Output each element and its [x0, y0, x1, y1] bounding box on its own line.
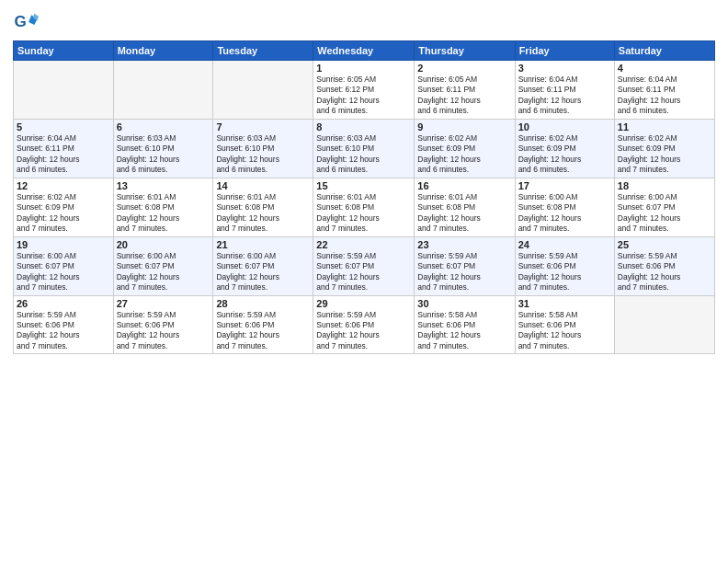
calendar-cell: 4Sunrise: 6:04 AM Sunset: 6:11 PM Daylig…	[614, 61, 714, 120]
calendar-cell: 8Sunrise: 6:03 AM Sunset: 6:10 PM Daylig…	[313, 119, 415, 178]
day-number: 6	[117, 121, 210, 132]
day-info: Sunrise: 5:59 AM Sunset: 6:06 PM Dayligh…	[316, 310, 411, 352]
day-number: 21	[216, 239, 310, 250]
day-info: Sunrise: 5:58 AM Sunset: 6:06 PM Dayligh…	[417, 310, 511, 352]
calendar-cell: 29Sunrise: 5:59 AM Sunset: 6:06 PM Dayli…	[313, 295, 415, 354]
day-info: Sunrise: 5:59 AM Sunset: 6:07 PM Dayligh…	[316, 251, 411, 293]
day-info: Sunrise: 6:03 AM Sunset: 6:10 PM Dayligh…	[216, 133, 310, 176]
calendar-cell: 27Sunrise: 5:59 AM Sunset: 6:06 PM Dayli…	[113, 295, 213, 354]
day-info: Sunrise: 6:02 AM Sunset: 6:09 PM Dayligh…	[518, 133, 611, 176]
day-info: Sunrise: 6:00 AM Sunset: 6:07 PM Dayligh…	[216, 251, 310, 293]
day-info: Sunrise: 6:01 AM Sunset: 6:08 PM Dayligh…	[216, 192, 310, 235]
day-info: Sunrise: 6:01 AM Sunset: 6:08 PM Dayligh…	[316, 192, 411, 235]
calendar-cell: 22Sunrise: 5:59 AM Sunset: 6:07 PM Dayli…	[313, 236, 415, 295]
day-info: Sunrise: 6:00 AM Sunset: 6:08 PM Dayligh…	[518, 192, 611, 235]
calendar-cell: 25Sunrise: 5:59 AM Sunset: 6:06 PM Dayli…	[614, 236, 714, 295]
calendar-cell: 20Sunrise: 6:00 AM Sunset: 6:07 PM Dayli…	[113, 236, 213, 295]
day-info: Sunrise: 5:59 AM Sunset: 6:06 PM Dayligh…	[618, 251, 711, 293]
calendar-cell: 7Sunrise: 6:03 AM Sunset: 6:10 PM Daylig…	[213, 119, 313, 178]
calendar-cell	[213, 61, 313, 120]
day-number: 31	[518, 298, 611, 309]
day-info: Sunrise: 6:05 AM Sunset: 6:12 PM Dayligh…	[316, 75, 411, 117]
weekday-header-wednesday: Wednesday	[313, 41, 415, 61]
weekday-header-tuesday: Tuesday	[213, 41, 313, 61]
day-info: Sunrise: 5:59 AM Sunset: 6:06 PM Dayligh…	[518, 251, 611, 293]
calendar-cell: 14Sunrise: 6:01 AM Sunset: 6:08 PM Dayli…	[213, 178, 313, 236]
day-info: Sunrise: 5:58 AM Sunset: 6:06 PM Dayligh…	[518, 310, 611, 352]
day-info: Sunrise: 6:01 AM Sunset: 6:08 PM Dayligh…	[417, 192, 511, 235]
calendar-week-row: 19Sunrise: 6:00 AM Sunset: 6:07 PM Dayli…	[14, 236, 715, 295]
day-info: Sunrise: 6:02 AM Sunset: 6:09 PM Dayligh…	[417, 133, 511, 176]
calendar-cell: 9Sunrise: 6:02 AM Sunset: 6:09 PM Daylig…	[415, 119, 515, 178]
day-info: Sunrise: 6:04 AM Sunset: 6:11 PM Dayligh…	[618, 75, 711, 117]
calendar-week-row: 5Sunrise: 6:04 AM Sunset: 6:11 PM Daylig…	[14, 119, 715, 178]
calendar-cell: 16Sunrise: 6:01 AM Sunset: 6:08 PM Dayli…	[415, 178, 515, 236]
day-info: Sunrise: 6:02 AM Sunset: 6:09 PM Dayligh…	[618, 133, 711, 176]
day-info: Sunrise: 6:02 AM Sunset: 6:09 PM Dayligh…	[17, 192, 110, 235]
calendar-cell	[614, 295, 714, 354]
day-number: 19	[17, 239, 110, 250]
day-number: 27	[117, 298, 210, 309]
day-info: Sunrise: 6:03 AM Sunset: 6:10 PM Dayligh…	[117, 133, 210, 176]
calendar-table: SundayMondayTuesdayWednesdayThursdayFrid…	[13, 40, 715, 354]
day-info: Sunrise: 6:03 AM Sunset: 6:10 PM Dayligh…	[316, 133, 411, 176]
calendar-cell: 5Sunrise: 6:04 AM Sunset: 6:11 PM Daylig…	[14, 119, 114, 178]
calendar-cell: 1Sunrise: 6:05 AM Sunset: 6:12 PM Daylig…	[313, 61, 415, 120]
calendar-cell: 12Sunrise: 6:02 AM Sunset: 6:09 PM Dayli…	[14, 178, 114, 236]
day-number: 20	[117, 239, 210, 250]
weekday-header-sunday: Sunday	[14, 41, 114, 61]
day-number: 5	[17, 121, 110, 132]
calendar-cell: 28Sunrise: 5:59 AM Sunset: 6:06 PM Dayli…	[213, 295, 313, 354]
day-number: 22	[316, 239, 411, 250]
day-number: 29	[316, 298, 411, 309]
day-number: 7	[216, 121, 310, 132]
calendar-cell: 17Sunrise: 6:00 AM Sunset: 6:08 PM Dayli…	[515, 178, 614, 236]
calendar-week-row: 26Sunrise: 5:59 AM Sunset: 6:06 PM Dayli…	[14, 295, 715, 354]
weekday-header-monday: Monday	[113, 41, 213, 61]
weekday-header-friday: Friday	[515, 41, 614, 61]
day-number: 13	[117, 180, 210, 191]
day-info: Sunrise: 6:01 AM Sunset: 6:08 PM Dayligh…	[117, 192, 210, 235]
calendar-cell: 13Sunrise: 6:01 AM Sunset: 6:08 PM Dayli…	[113, 178, 213, 236]
day-number: 4	[618, 63, 711, 74]
logo: G	[13, 9, 40, 35]
calendar-cell: 26Sunrise: 5:59 AM Sunset: 6:06 PM Dayli…	[14, 295, 114, 354]
calendar-cell: 2Sunrise: 6:05 AM Sunset: 6:11 PM Daylig…	[415, 61, 515, 120]
logo-icon: G	[13, 9, 39, 35]
calendar-cell: 10Sunrise: 6:02 AM Sunset: 6:09 PM Dayli…	[515, 119, 614, 178]
day-info: Sunrise: 6:05 AM Sunset: 6:11 PM Dayligh…	[417, 75, 511, 117]
calendar-cell: 21Sunrise: 6:00 AM Sunset: 6:07 PM Dayli…	[213, 236, 313, 295]
day-info: Sunrise: 6:00 AM Sunset: 6:07 PM Dayligh…	[618, 192, 711, 235]
day-number: 25	[618, 239, 711, 250]
day-info: Sunrise: 5:59 AM Sunset: 6:07 PM Dayligh…	[417, 251, 511, 293]
calendar-cell	[113, 61, 213, 120]
day-number: 8	[316, 121, 411, 132]
day-number: 10	[518, 121, 611, 132]
calendar-cell: 23Sunrise: 5:59 AM Sunset: 6:07 PM Dayli…	[415, 236, 515, 295]
calendar-cell: 11Sunrise: 6:02 AM Sunset: 6:09 PM Dayli…	[614, 119, 714, 178]
day-info: Sunrise: 6:00 AM Sunset: 6:07 PM Dayligh…	[117, 251, 210, 293]
calendar-cell: 3Sunrise: 6:04 AM Sunset: 6:11 PM Daylig…	[515, 61, 614, 120]
day-info: Sunrise: 5:59 AM Sunset: 6:06 PM Dayligh…	[216, 310, 310, 352]
day-number: 23	[417, 239, 511, 250]
calendar-cell: 18Sunrise: 6:00 AM Sunset: 6:07 PM Dayli…	[614, 178, 714, 236]
day-info: Sunrise: 6:04 AM Sunset: 6:11 PM Dayligh…	[518, 75, 611, 117]
calendar-cell: 31Sunrise: 5:58 AM Sunset: 6:06 PM Dayli…	[515, 295, 614, 354]
page: G SundayMondayTuesdayWednesdayThursdayFr…	[0, 0, 728, 563]
day-number: 14	[216, 180, 310, 191]
day-number: 15	[316, 180, 411, 191]
day-number: 26	[17, 298, 110, 309]
day-number: 1	[316, 63, 411, 74]
calendar-week-row: 1Sunrise: 6:05 AM Sunset: 6:12 PM Daylig…	[14, 61, 715, 120]
calendar-cell: 24Sunrise: 5:59 AM Sunset: 6:06 PM Dayli…	[515, 236, 614, 295]
weekday-header-thursday: Thursday	[415, 41, 515, 61]
day-number: 12	[17, 180, 110, 191]
day-info: Sunrise: 5:59 AM Sunset: 6:06 PM Dayligh…	[117, 310, 210, 352]
day-number: 3	[518, 63, 611, 74]
calendar-cell: 15Sunrise: 6:01 AM Sunset: 6:08 PM Dayli…	[313, 178, 415, 236]
day-number: 17	[518, 180, 611, 191]
day-number: 16	[417, 180, 511, 191]
day-number: 30	[417, 298, 511, 309]
day-number: 24	[518, 239, 611, 250]
header: G	[13, 9, 715, 35]
